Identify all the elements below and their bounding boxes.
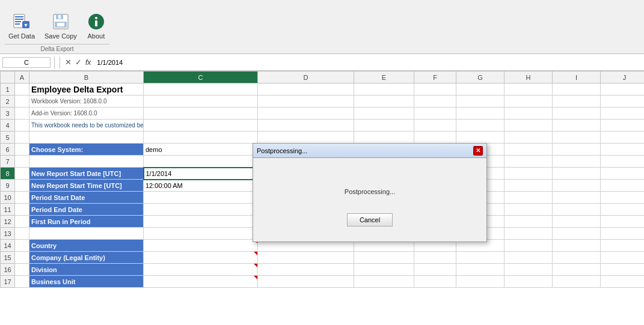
cancel-icon[interactable]: ✕ [65,58,72,67]
col-header-c[interactable]: C [144,71,258,84]
cell-i14[interactable] [553,240,601,252]
cell-i13[interactable] [553,228,601,240]
cell-g3[interactable] [456,108,504,120]
cell-f15[interactable] [414,252,456,264]
row-header-2[interactable]: 2 [1,96,15,108]
cell-e4[interactable] [354,120,414,132]
cell-h6[interactable] [504,144,553,156]
cell-a12[interactable] [15,216,29,228]
cell-b8[interactable]: New Report Start Date [UTC] [29,168,144,180]
cell-i7[interactable] [553,156,601,168]
cell-i5[interactable] [553,132,601,144]
cell-j12[interactable] [601,216,645,228]
row-header-5[interactable]: 5 [1,132,15,144]
row-header-8[interactable]: 8 [1,168,15,180]
cell-c17[interactable] [144,276,258,288]
cell-b17[interactable]: Business Unit [29,276,144,288]
cell-g2[interactable] [456,96,504,108]
row-header-14[interactable]: 14 [1,240,15,252]
cell-f17[interactable] [414,276,456,288]
cell-h2[interactable] [504,96,553,108]
cell-j6[interactable] [601,144,645,156]
cell-a2[interactable] [15,96,29,108]
cell-j9[interactable] [601,180,645,192]
cell-h11[interactable] [504,204,553,216]
col-header-d[interactable]: D [258,71,354,84]
cell-g17[interactable] [456,276,504,288]
cell-b3[interactable]: Add-in Version: 1608.0.0 [29,108,144,120]
cell-b9[interactable]: New Report Start Time [UTC] [29,180,144,192]
cell-e15[interactable] [354,252,414,264]
cell-i9[interactable] [553,180,601,192]
cell-h15[interactable] [504,252,553,264]
cell-b14[interactable]: Country [29,240,144,252]
cell-j10[interactable] [601,192,645,204]
cell-h17[interactable] [504,276,553,288]
cell-j7[interactable] [601,156,645,168]
cell-c16[interactable] [144,264,258,276]
cancel-button[interactable]: Cancel [347,213,393,226]
cell-i16[interactable] [553,264,601,276]
cell-i11[interactable] [553,204,601,216]
cell-e1[interactable] [354,84,414,96]
cell-b5[interactable] [29,132,144,144]
cell-e3[interactable] [354,108,414,120]
cell-h12[interactable] [504,216,553,228]
cell-a15[interactable] [15,252,29,264]
cell-j15[interactable] [601,252,645,264]
cell-b15[interactable]: Company (Legal Entity) [29,252,144,264]
cell-h9[interactable] [504,180,553,192]
cell-j13[interactable] [601,228,645,240]
cell-h4[interactable] [504,120,553,132]
cell-a16[interactable] [15,264,29,276]
cell-j5[interactable] [601,132,645,144]
col-header-a[interactable]: A [15,71,29,84]
row-header-16[interactable]: 16 [1,264,15,276]
cell-h3[interactable] [504,108,553,120]
cell-h1[interactable] [504,84,553,96]
cell-a5[interactable] [15,132,29,144]
row-header-1[interactable]: 1 [1,84,15,96]
cell-c11[interactable] [144,204,258,216]
cell-b10[interactable]: Period Start Date [29,192,144,204]
cell-j11[interactable] [601,204,645,216]
cell-c5[interactable] [144,132,258,144]
cell-a11[interactable] [15,204,29,216]
cell-g16[interactable] [456,264,504,276]
cell-j4[interactable] [601,120,645,132]
row-header-9[interactable]: 9 [1,180,15,192]
cell-e2[interactable] [354,96,414,108]
cell-d2[interactable] [258,96,354,108]
cell-a6[interactable] [15,144,29,156]
row-header-13[interactable]: 13 [1,228,15,240]
cell-j8[interactable] [601,168,645,180]
cell-a13[interactable] [15,228,29,240]
cell-d17[interactable] [258,276,354,288]
row-header-12[interactable]: 12 [1,216,15,228]
cell-i6[interactable] [553,144,601,156]
cell-b7[interactable] [29,156,144,168]
cell-a14[interactable] [15,240,29,252]
cell-h8[interactable] [504,168,553,180]
cell-f1[interactable] [414,84,456,96]
about-button[interactable]: About [83,10,109,43]
cell-g15[interactable] [456,252,504,264]
cell-c9[interactable]: 12:00:00 AM [144,180,258,192]
name-box[interactable] [2,57,51,68]
cell-g5[interactable] [456,132,504,144]
cell-e16[interactable] [354,264,414,276]
cell-i1[interactable] [553,84,601,96]
cell-j17[interactable] [601,276,645,288]
row-header-4[interactable]: 4 [1,120,15,132]
cell-i15[interactable] [553,252,601,264]
col-header-b[interactable]: B [29,71,144,84]
cell-d5[interactable] [258,132,354,144]
cell-f16[interactable] [414,264,456,276]
cell-e5[interactable] [354,132,414,144]
col-header-j[interactable]: J [601,71,645,84]
formula-input[interactable] [94,58,642,67]
cell-f4[interactable] [414,120,456,132]
cell-j16[interactable] [601,264,645,276]
cell-c2[interactable] [144,96,258,108]
cell-f2[interactable] [414,96,456,108]
